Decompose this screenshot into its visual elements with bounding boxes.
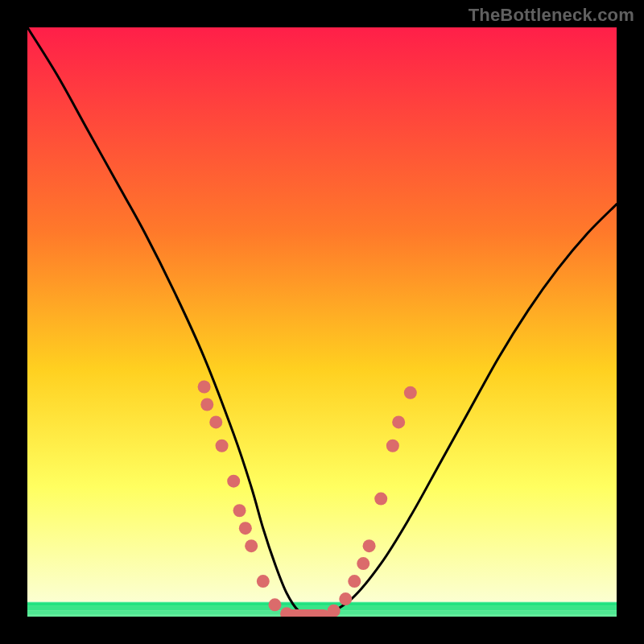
- data-point: [404, 386, 417, 399]
- plot-area: [27, 27, 617, 617]
- data-point: [200, 398, 213, 411]
- data-point: [268, 598, 281, 611]
- data-point: [257, 575, 270, 588]
- data-point: [227, 475, 240, 488]
- chart-svg: [27, 27, 617, 617]
- data-point: [233, 504, 246, 517]
- data-point: [357, 557, 369, 570]
- data-point: [216, 440, 229, 452]
- watermark-text: TheBottleneck.com: [469, 5, 634, 26]
- data-point: [245, 539, 258, 552]
- data-point: [239, 522, 252, 535]
- data-point: [392, 415, 405, 428]
- data-point: [363, 539, 376, 552]
- data-point: [198, 381, 211, 394]
- chart-frame: TheBottleneck.com: [0, 0, 644, 644]
- data-point: [209, 415, 222, 428]
- data-point: [339, 592, 352, 605]
- data-point: [386, 440, 399, 452]
- gradient-background: [27, 27, 617, 617]
- svg-rect-4: [27, 601, 617, 603]
- floor-pill: [283, 609, 331, 617]
- data-point: [374, 493, 387, 506]
- data-point: [348, 575, 361, 588]
